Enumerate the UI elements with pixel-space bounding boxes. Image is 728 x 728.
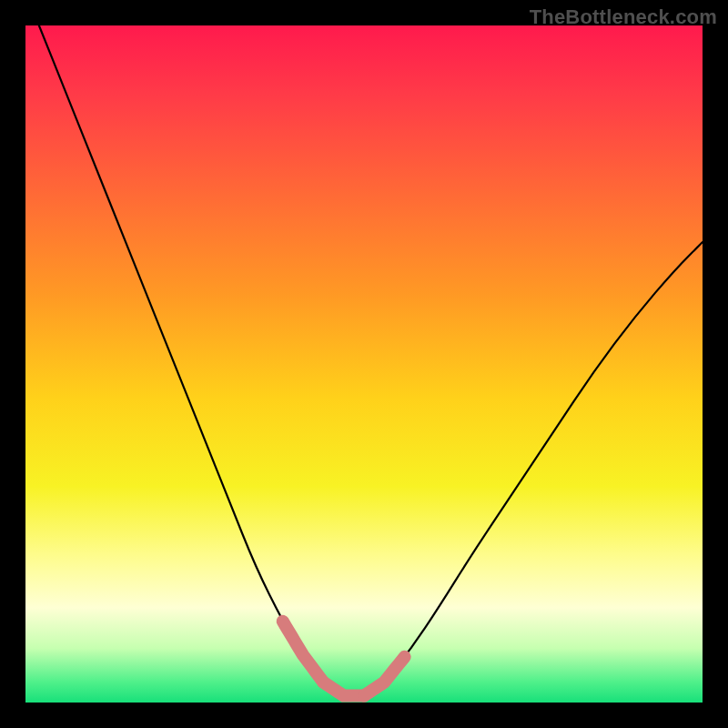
plot-area [25, 25, 703, 703]
chart-svg [25, 25, 703, 703]
watermark-label: TheBottleneck.com [530, 5, 717, 29]
chart-frame: TheBottleneck.com [0, 0, 728, 728]
gradient-background [25, 25, 703, 703]
